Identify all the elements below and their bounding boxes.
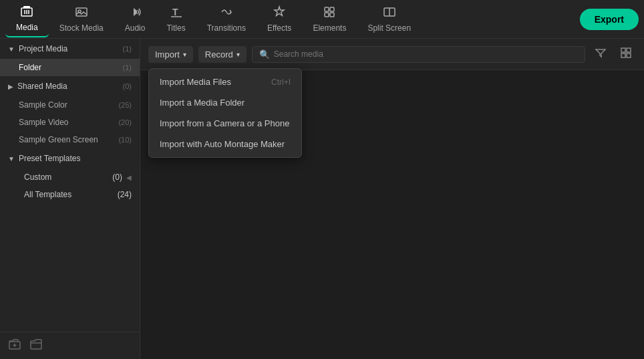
sample-green-screen-count: (10)	[118, 136, 132, 144]
content-toolbar: Import ▾ Record ▾ 🔍	[140, 39, 644, 70]
record-button[interactable]: Record ▾	[198, 46, 247, 63]
svg-rect-12	[330, 13, 334, 17]
nav-item-effects[interactable]: Effects	[257, 1, 302, 37]
chevron-down-icon: ▼	[8, 45, 15, 53]
svg-rect-18	[621, 48, 625, 52]
top-nav: Media Stock Media Audio T T	[0, 0, 644, 39]
sidebar-item-folder[interactable]: Folder (1)	[0, 59, 140, 76]
nav-item-titles[interactable]: T Titles	[156, 1, 196, 37]
split-screen-icon	[383, 5, 396, 21]
sample-green-screen-label: Sample Green Screen	[19, 135, 118, 144]
import-montage-label: Import with Auto Montage Maker	[160, 139, 285, 149]
import-camera-label: Import from a Camera or a Phone	[160, 118, 289, 128]
sample-video-count: (20)	[118, 118, 132, 126]
filter-button[interactable]	[591, 44, 611, 64]
nav-item-elements[interactable]: Elements	[302, 1, 357, 37]
media-icon	[20, 5, 33, 20]
main-layout: ▼ Project Media (1) Folder (1) ▶ Shared …	[0, 39, 644, 359]
shared-media-count: (0)	[123, 82, 132, 90]
import-dropdown-menu: Import Media Files Ctrl+I Import a Media…	[148, 68, 302, 158]
svg-rect-19	[627, 48, 631, 52]
nav-label-effects: Effects	[267, 23, 291, 33]
sample-color-label: Sample Color	[19, 100, 118, 110]
sidebar: ▼ Project Media (1) Folder (1) ▶ Shared …	[0, 39, 140, 359]
preset-chevron-down-icon: ▼	[8, 155, 15, 162]
svg-rect-9	[325, 7, 329, 11]
shared-media-label: Shared Media	[17, 82, 119, 91]
nav-label-elements: Elements	[313, 23, 346, 33]
dropdown-item-import-camera[interactable]: Import from a Camera or a Phone	[149, 113, 301, 134]
import-label: Import	[155, 49, 180, 59]
chevron-right-icon: ▶	[8, 83, 13, 90]
svg-rect-20	[621, 53, 625, 57]
audio-icon	[128, 5, 142, 21]
import-button[interactable]: Import ▾	[148, 46, 193, 63]
custom-count: (0)	[112, 172, 122, 182]
grid-view-button[interactable]	[616, 44, 636, 64]
custom-arrow-icon: ◀	[126, 174, 132, 181]
folder-count: (1)	[123, 64, 132, 72]
nav-label-media: Media	[16, 23, 38, 32]
titles-icon: T	[170, 5, 183, 21]
dropdown-item-import-montage[interactable]: Import with Auto Montage Maker	[149, 134, 301, 154]
search-input[interactable]	[274, 49, 578, 59]
custom-label: Custom	[24, 172, 51, 182]
project-media-count: (1)	[123, 45, 132, 53]
sidebar-item-sample-green-screen[interactable]: Sample Green Screen (10)	[0, 131, 140, 148]
all-templates-count: (24)	[118, 190, 132, 199]
sample-color-count: (25)	[118, 101, 132, 109]
effects-icon	[273, 5, 286, 21]
project-media-label: Project Media	[19, 44, 119, 53]
nav-label-transitions: Transitions	[207, 23, 246, 33]
sidebar-section-shared-media[interactable]: ▶ Shared Media (0)	[0, 76, 140, 96]
svg-rect-1	[23, 6, 30, 8]
dropdown-item-import-folder[interactable]: Import a Media Folder	[149, 92, 301, 113]
sidebar-item-custom[interactable]: Custom (0) ◀	[0, 168, 140, 186]
transitions-icon	[220, 5, 233, 21]
import-folder-label: Import a Media Folder	[160, 98, 245, 108]
folder-label: Folder	[19, 63, 123, 72]
import-files-shortcut: Ctrl+I	[271, 78, 291, 87]
import-chevron-icon: ▾	[183, 51, 186, 58]
add-folder-button[interactable]	[8, 338, 21, 354]
nav-label-audio: Audio	[125, 23, 146, 33]
import-files-label: Import Media Files	[160, 77, 231, 87]
sidebar-item-sample-video[interactable]: Sample Video (20)	[0, 114, 140, 131]
preset-templates-label: Preset Templates	[19, 154, 132, 163]
sidebar-footer	[0, 332, 140, 359]
content-area: Import ▾ Record ▾ 🔍	[140, 39, 644, 359]
sidebar-section-preset-templates[interactable]: ▼ Preset Templates	[0, 148, 140, 168]
nav-label-titles: Titles	[166, 23, 185, 33]
sidebar-item-all-templates[interactable]: All Templates (24)	[0, 186, 140, 203]
svg-text:T: T	[172, 7, 178, 17]
svg-rect-11	[325, 13, 329, 17]
nav-label-split-screen: Split Screen	[367, 23, 411, 33]
svg-rect-5	[76, 8, 87, 16]
elements-icon	[323, 5, 336, 21]
search-icon: 🔍	[259, 49, 270, 59]
export-button[interactable]: Export	[580, 9, 639, 30]
stock-media-icon	[75, 5, 88, 21]
nav-item-split-screen[interactable]: Split Screen	[357, 1, 422, 37]
nav-item-media[interactable]: Media	[5, 1, 49, 37]
sidebar-item-sample-color[interactable]: Sample Color (25)	[0, 96, 140, 114]
svg-rect-21	[627, 53, 631, 57]
svg-rect-10	[330, 7, 334, 11]
sidebar-section-project-media[interactable]: ▼ Project Media (1)	[0, 39, 140, 59]
nav-item-stock-media[interactable]: Stock Media	[49, 1, 114, 37]
record-chevron-icon: ▾	[236, 51, 240, 58]
nav-item-audio[interactable]: Audio	[114, 1, 156, 37]
sample-video-label: Sample Video	[19, 118, 118, 127]
nav-item-transitions[interactable]: Transitions	[196, 1, 257, 37]
nav-label-stock-media: Stock Media	[59, 23, 104, 33]
record-label: Record	[205, 49, 233, 59]
new-folder-button[interactable]	[29, 338, 43, 354]
all-templates-label: All Templates	[24, 190, 71, 199]
dropdown-item-import-files[interactable]: Import Media Files Ctrl+I	[149, 72, 301, 92]
search-bar: 🔍	[252, 46, 585, 63]
